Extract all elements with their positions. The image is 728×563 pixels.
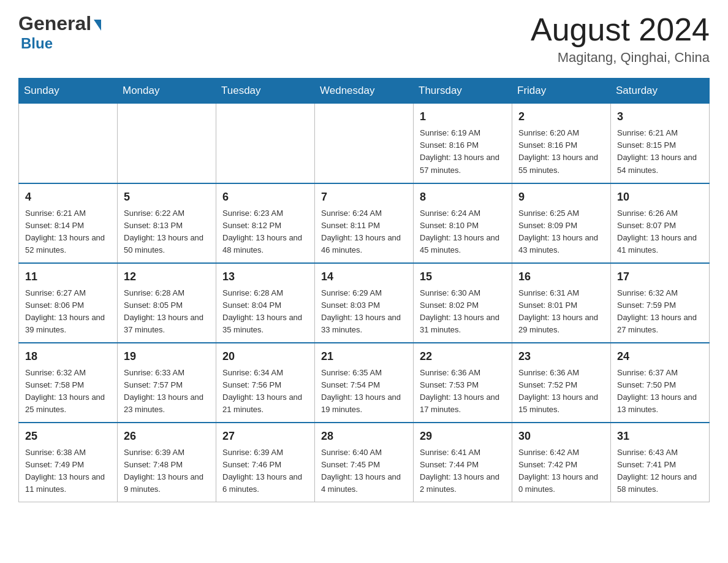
day-info: Sunrise: 6:27 AMSunset: 8:06 PMDaylight:… <box>25 287 111 337</box>
calendar-cell: 15Sunrise: 6:30 AMSunset: 8:02 PMDayligh… <box>414 263 512 343</box>
day-number: 1 <box>420 109 506 125</box>
day-info: Sunrise: 6:43 AMSunset: 7:41 PMDaylight:… <box>617 446 703 496</box>
col-header-saturday: Saturday <box>611 79 710 104</box>
calendar-cell: 24Sunrise: 6:37 AMSunset: 7:50 PMDayligh… <box>611 343 710 423</box>
calendar-header-row: SundayMondayTuesdayWednesdayThursdayFrid… <box>19 79 710 104</box>
day-info: Sunrise: 6:39 AMSunset: 7:48 PMDaylight:… <box>124 446 210 496</box>
calendar-cell: 1Sunrise: 6:19 AMSunset: 8:16 PMDaylight… <box>414 104 512 183</box>
day-info: Sunrise: 6:30 AMSunset: 8:02 PMDaylight:… <box>420 287 506 337</box>
day-info: Sunrise: 6:34 AMSunset: 7:56 PMDaylight:… <box>222 367 308 416</box>
day-number: 4 <box>25 189 111 205</box>
day-info: Sunrise: 6:39 AMSunset: 7:46 PMDaylight:… <box>222 446 308 496</box>
calendar-cell: 16Sunrise: 6:31 AMSunset: 8:01 PMDayligh… <box>512 263 611 343</box>
day-number: 7 <box>321 189 407 205</box>
day-number: 28 <box>321 428 407 445</box>
day-number: 10 <box>617 189 703 205</box>
day-number: 31 <box>617 428 703 445</box>
day-info: Sunrise: 6:29 AMSunset: 8:03 PMDaylight:… <box>321 287 407 337</box>
col-header-thursday: Thursday <box>414 79 512 104</box>
calendar-cell: 22Sunrise: 6:36 AMSunset: 7:53 PMDayligh… <box>414 343 512 423</box>
day-info: Sunrise: 6:28 AMSunset: 8:05 PMDaylight:… <box>124 287 210 337</box>
calendar-week-3: 11Sunrise: 6:27 AMSunset: 8:06 PMDayligh… <box>19 263 710 343</box>
day-info: Sunrise: 6:33 AMSunset: 7:57 PMDaylight:… <box>124 367 210 416</box>
day-info: Sunrise: 6:35 AMSunset: 7:54 PMDaylight:… <box>321 367 407 416</box>
day-number: 27 <box>222 428 308 445</box>
calendar-cell: 18Sunrise: 6:32 AMSunset: 7:58 PMDayligh… <box>19 343 118 423</box>
day-number: 30 <box>518 428 604 445</box>
calendar-week-2: 4Sunrise: 6:21 AMSunset: 8:14 PMDaylight… <box>19 183 710 263</box>
calendar-table: SundayMondayTuesdayWednesdayThursdayFrid… <box>18 78 710 502</box>
calendar-cell <box>19 104 118 183</box>
day-number: 15 <box>420 269 506 285</box>
calendar-cell: 8Sunrise: 6:24 AMSunset: 8:10 PMDaylight… <box>414 183 512 263</box>
day-info: Sunrise: 6:26 AMSunset: 8:07 PMDaylight:… <box>617 207 703 257</box>
page-header: General Blue August 2024 Magitang, Qingh… <box>18 12 710 66</box>
day-info: Sunrise: 6:25 AMSunset: 8:09 PMDaylight:… <box>518 207 604 257</box>
calendar-cell: 2Sunrise: 6:20 AMSunset: 8:16 PMDaylight… <box>512 104 611 183</box>
calendar-cell <box>315 104 414 183</box>
day-info: Sunrise: 6:40 AMSunset: 7:45 PMDaylight:… <box>321 446 407 496</box>
day-info: Sunrise: 6:36 AMSunset: 7:53 PMDaylight:… <box>420 367 506 416</box>
calendar-cell: 13Sunrise: 6:28 AMSunset: 8:04 PMDayligh… <box>216 263 315 343</box>
day-number: 18 <box>25 348 111 365</box>
day-number: 19 <box>124 348 210 365</box>
calendar-cell: 6Sunrise: 6:23 AMSunset: 8:12 PMDaylight… <box>216 183 315 263</box>
calendar-cell: 19Sunrise: 6:33 AMSunset: 7:57 PMDayligh… <box>118 343 216 423</box>
calendar-cell: 4Sunrise: 6:21 AMSunset: 8:14 PMDaylight… <box>19 183 118 263</box>
day-number: 21 <box>321 348 407 365</box>
day-info: Sunrise: 6:24 AMSunset: 8:10 PMDaylight:… <box>420 207 506 257</box>
day-info: Sunrise: 6:37 AMSunset: 7:50 PMDaylight:… <box>617 367 703 416</box>
day-info: Sunrise: 6:36 AMSunset: 7:52 PMDaylight:… <box>518 367 604 416</box>
day-info: Sunrise: 6:20 AMSunset: 8:16 PMDaylight:… <box>518 127 604 177</box>
calendar-cell: 23Sunrise: 6:36 AMSunset: 7:52 PMDayligh… <box>512 343 611 423</box>
col-header-tuesday: Tuesday <box>216 79 315 104</box>
calendar-cell: 28Sunrise: 6:40 AMSunset: 7:45 PMDayligh… <box>315 423 414 502</box>
day-info: Sunrise: 6:42 AMSunset: 7:42 PMDaylight:… <box>518 446 604 496</box>
day-info: Sunrise: 6:24 AMSunset: 8:11 PMDaylight:… <box>321 207 407 257</box>
calendar-cell: 25Sunrise: 6:38 AMSunset: 7:49 PMDayligh… <box>19 423 118 502</box>
logo-blue-text: Blue <box>21 35 53 52</box>
day-info: Sunrise: 6:38 AMSunset: 7:49 PMDaylight:… <box>25 446 111 496</box>
calendar-cell: 5Sunrise: 6:22 AMSunset: 8:13 PMDaylight… <box>118 183 216 263</box>
col-header-monday: Monday <box>118 79 216 104</box>
day-number: 11 <box>25 269 111 285</box>
day-info: Sunrise: 6:21 AMSunset: 8:14 PMDaylight:… <box>25 207 111 257</box>
day-number: 2 <box>518 109 604 125</box>
calendar-cell: 9Sunrise: 6:25 AMSunset: 8:09 PMDaylight… <box>512 183 611 263</box>
calendar-cell: 14Sunrise: 6:29 AMSunset: 8:03 PMDayligh… <box>315 263 414 343</box>
calendar-cell: 11Sunrise: 6:27 AMSunset: 8:06 PMDayligh… <box>19 263 118 343</box>
day-number: 23 <box>518 348 604 365</box>
day-info: Sunrise: 6:41 AMSunset: 7:44 PMDaylight:… <box>420 446 506 496</box>
day-number: 29 <box>420 428 506 445</box>
logo-triangle-icon <box>94 20 101 31</box>
calendar-cell: 26Sunrise: 6:39 AMSunset: 7:48 PMDayligh… <box>118 423 216 502</box>
day-number: 6 <box>222 189 308 205</box>
day-info: Sunrise: 6:23 AMSunset: 8:12 PMDaylight:… <box>222 207 308 257</box>
calendar-cell: 10Sunrise: 6:26 AMSunset: 8:07 PMDayligh… <box>611 183 710 263</box>
calendar-cell: 3Sunrise: 6:21 AMSunset: 8:15 PMDaylight… <box>611 104 710 183</box>
day-number: 12 <box>124 269 210 285</box>
calendar-cell: 30Sunrise: 6:42 AMSunset: 7:42 PMDayligh… <box>512 423 611 502</box>
calendar-cell: 31Sunrise: 6:43 AMSunset: 7:41 PMDayligh… <box>611 423 710 502</box>
day-info: Sunrise: 6:19 AMSunset: 8:16 PMDaylight:… <box>420 127 506 177</box>
day-number: 24 <box>617 348 703 365</box>
calendar-cell: 7Sunrise: 6:24 AMSunset: 8:11 PMDaylight… <box>315 183 414 263</box>
logo: General Blue <box>18 12 101 52</box>
calendar-cell: 27Sunrise: 6:39 AMSunset: 7:46 PMDayligh… <box>216 423 315 502</box>
day-number: 16 <box>518 269 604 285</box>
location-text: Magitang, Qinghai, China <box>531 50 710 66</box>
day-number: 9 <box>518 189 604 205</box>
day-number: 17 <box>617 269 703 285</box>
calendar-week-1: 1Sunrise: 6:19 AMSunset: 8:16 PMDaylight… <box>19 104 710 183</box>
calendar-week-5: 25Sunrise: 6:38 AMSunset: 7:49 PMDayligh… <box>19 423 710 502</box>
day-number: 26 <box>124 428 210 445</box>
day-info: Sunrise: 6:32 AMSunset: 7:58 PMDaylight:… <box>25 367 111 416</box>
calendar-cell <box>216 104 315 183</box>
calendar-cell: 12Sunrise: 6:28 AMSunset: 8:05 PMDayligh… <box>118 263 216 343</box>
day-info: Sunrise: 6:32 AMSunset: 7:59 PMDaylight:… <box>617 287 703 337</box>
title-block: August 2024 Magitang, Qinghai, China <box>531 12 710 66</box>
day-info: Sunrise: 6:28 AMSunset: 8:04 PMDaylight:… <box>222 287 308 337</box>
day-number: 22 <box>420 348 506 365</box>
day-number: 8 <box>420 189 506 205</box>
calendar-week-4: 18Sunrise: 6:32 AMSunset: 7:58 PMDayligh… <box>19 343 710 423</box>
